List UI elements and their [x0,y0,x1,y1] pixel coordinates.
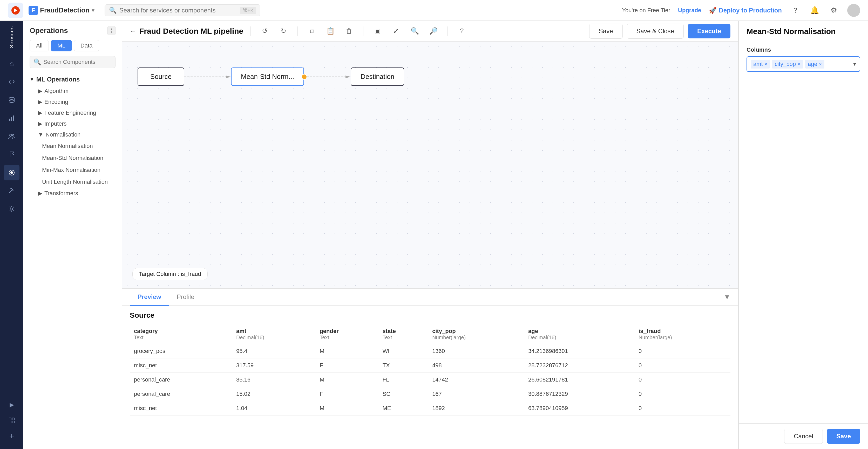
ops-imputers[interactable]: ▶ Imputers [28,118,118,129]
table-row: grocery_pos95.4MWI136034.21369863010 [130,344,731,358]
ops-normalisation[interactable]: ▼ Normalisation [28,129,118,140]
deploy-button[interactable]: 🚀 Deploy to Production [709,7,782,14]
sidebar-expand-icon[interactable]: ▶ [4,397,20,413]
sidebar-item-people[interactable] [4,128,20,144]
source-node[interactable]: Source [137,67,184,86]
columns-dropdown-icon[interactable]: ▾ [853,61,856,67]
cell-amt: 35.16 [232,373,315,387]
sidebar-item-active[interactable] [4,165,20,181]
sidebar-add-icon[interactable]: + [4,428,20,444]
sidebar-label: Services [9,26,14,48]
cell-state: WI [378,344,428,358]
search-components[interactable]: 🔍 [30,56,116,68]
back-button[interactable]: ← Fraud Detection ML pipeline [130,27,243,36]
sidebar-item-code[interactable] [4,74,20,90]
ops-feature-engineering[interactable]: ▶ Feature Engineering [28,107,118,118]
cell-category: grocery_pos [130,344,232,358]
ops-mean-normalisation[interactable]: Mean Normalisation [28,140,118,152]
notifications-icon[interactable]: 🔔 [809,5,820,16]
pipeline-canvas[interactable]: Source Mean-Std Norm... Destination Targ… [122,41,738,288]
tag-city-pop-remove[interactable]: × [797,61,801,67]
svg-rect-10 [9,418,11,420]
help-nav-icon[interactable]: ? [789,5,801,16]
svg-marker-17 [345,75,351,78]
copy-button[interactable]: ⧉ [305,24,318,38]
search-input[interactable] [119,7,238,14]
tab-preview[interactable]: Preview [130,289,169,306]
execute-button[interactable]: Execute [688,24,731,38]
table-row: personal_care35.16MFL1474226.60821917810 [130,373,731,387]
sidebar-item-home[interactable]: ⌂ [4,56,20,71]
settings-nav-icon[interactable]: ⚙ [828,5,839,16]
pipeline-toolbar: ← Fraud Detection ML pipeline ↺ ↻ ⧉ 📋 🗑 … [122,21,738,41]
project-selector[interactable]: F FraudDetection ▾ [29,6,94,15]
cell-is_fraud: 0 [634,387,731,401]
undo-button[interactable]: ↺ [258,24,272,38]
ops-list: ▼ ML Operations ▶ Algorithm ▶ Encoding ▶… [23,71,122,449]
preview-content: Source categoryText amtDecimal(16) gende… [122,306,738,449]
tab-all[interactable]: All [30,40,49,52]
ops-unit-length-normalisation[interactable]: Unit Length Normalisation [28,176,118,188]
user-avatar[interactable] [847,4,860,17]
destination-node[interactable]: Destination [351,67,404,86]
cell-age: 28.7232876712 [524,358,634,373]
svg-rect-11 [12,418,14,420]
sidebar-item-tools[interactable] [4,183,20,198]
collapse-panel-button[interactable]: ⟨ [107,26,116,35]
project-chevron-icon: ▾ [92,7,94,13]
pipeline-nodes: Source Mean-Std Norm... Destination [137,67,404,86]
operations-header: Operations ⟨ [23,21,122,38]
sidebar-grid-icon[interactable] [4,413,20,428]
preview-expand[interactable]: ▼ [724,293,731,301]
paste-button[interactable]: 📋 [324,24,337,38]
search-components-input[interactable] [43,59,115,65]
tag-amt-remove[interactable]: × [765,61,768,67]
ops-algorithm[interactable]: ▶ Algorithm [28,86,118,97]
ops-mean-std-normalisation[interactable]: Mean-Std Normalisation [28,152,118,164]
tag-city-pop[interactable]: city_pop × [772,60,803,68]
columns-input[interactable]: amt × city_pop × age × ▾ [746,56,860,72]
cell-state: TX [378,358,428,373]
canvas-area: ← Fraud Detection ML pipeline ↺ ↻ ⧉ 📋 🗑 … [122,21,738,449]
svg-rect-2 [9,119,10,121]
delete-button[interactable]: 🗑 [342,24,356,38]
col-header-category: categoryText [130,325,232,344]
col-header-is-fraud: is_fraudNumber(large) [634,325,731,344]
sidebar-item-settings[interactable] [4,201,20,217]
sidebar-item-database[interactable] [4,92,20,108]
tab-profile[interactable]: Profile [169,289,202,306]
global-search[interactable]: 🔍 ⌘+K [104,4,260,17]
zoom-out-button[interactable]: 🔎 [427,24,440,38]
tab-ml[interactable]: ML [51,40,72,52]
cell-amt: 317.59 [232,358,315,373]
col-header-city-pop: city_popNumber(large) [428,325,524,344]
cancel-button[interactable]: Cancel [784,429,823,444]
tag-amt[interactable]: amt × [751,60,770,68]
upgrade-button[interactable]: Upgrade [678,7,701,14]
zoom-in-button[interactable]: 🔍 [408,24,422,38]
app-logo [8,3,23,18]
svg-marker-15 [226,75,231,78]
tab-data[interactable]: Data [74,40,99,52]
ops-encoding[interactable]: ▶ Encoding [28,97,118,107]
cell-is_fraud: 0 [634,373,731,387]
mean-std-norm-node[interactable]: Mean-Std Norm... [231,67,304,86]
ops-transformers[interactable]: ▶ Transformers [28,188,118,199]
save-button[interactable]: Save [589,24,623,39]
tag-age-remove[interactable]: × [819,61,822,67]
props-save-button[interactable]: Save [827,429,860,444]
console-button[interactable]: ▣ [371,24,384,38]
section-ml-operations: ▼ ML Operations ▶ Algorithm ▶ Encoding ▶… [28,73,118,199]
sidebar-item-flag[interactable] [4,147,20,162]
ml-operations-header[interactable]: ▼ ML Operations [28,73,118,86]
free-tier-label: You're on Free Tier [622,7,670,14]
sidebar-item-chart[interactable] [4,110,20,126]
ops-min-max-normalisation[interactable]: Min-Max Normalisation [28,164,118,176]
fullscreen-button[interactable]: ⤢ [390,24,403,38]
redo-button[interactable]: ↻ [277,24,290,38]
tag-age[interactable]: age × [805,60,825,68]
help-pipeline-button[interactable]: ? [455,24,468,38]
operations-tabs: All ML Data [23,38,122,54]
save-close-button[interactable]: Save & Close [627,24,684,39]
project-name-label: FraudDetection [40,6,90,14]
